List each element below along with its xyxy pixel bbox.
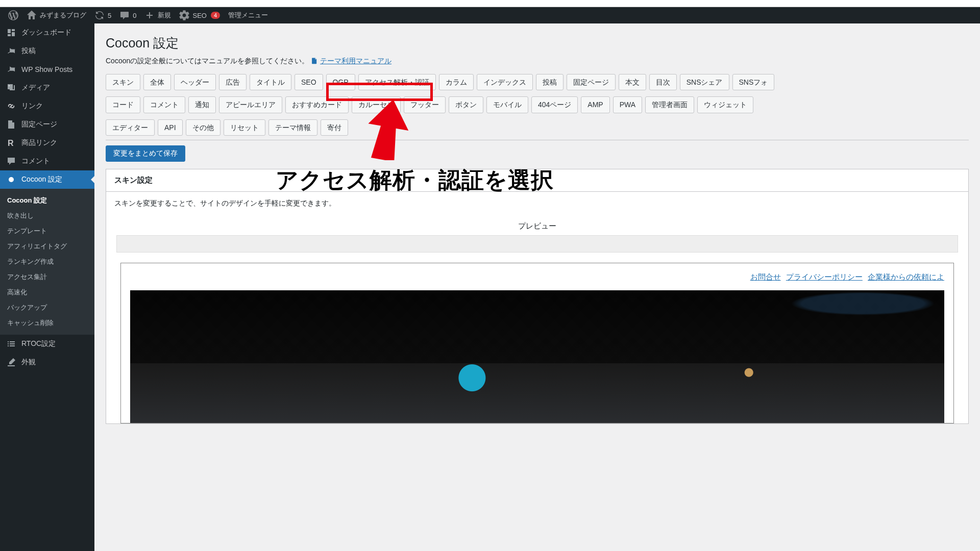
preview-frame: お問合せ プライバシーポリシー 企業様からの依頼によ <box>120 263 954 423</box>
sidebar-submenu: Cocoon 設定吹き出しテンプレートアフィリエイトタグランキング作成アクセス集… <box>0 189 94 335</box>
comment-icon <box>6 156 16 166</box>
tab-エディター[interactable]: エディター <box>106 119 155 136</box>
sidebar-item-label: メディア <box>21 83 50 92</box>
save-button[interactable]: 変更をまとめて保存 <box>106 145 185 162</box>
wp-admin-bar: みずまるブログ 5 0 新規 SEO 4 管理メニュー <box>0 7 980 23</box>
tab-SNSシェア[interactable]: SNSシェア <box>680 74 729 90</box>
tab-ボタン[interactable]: ボタン <box>449 96 483 113</box>
tab-アクセス解析・認証[interactable]: アクセス解析・認証 <box>358 74 436 90</box>
sidebar-subitem-3[interactable]: アフィリエイトタグ <box>0 239 94 254</box>
tab-404ページ[interactable]: 404ページ <box>531 96 578 113</box>
sidebar-item-2[interactable]: WP Show Posts <box>0 60 94 79</box>
tab-スキン[interactable]: スキン <box>106 74 140 90</box>
updates-link[interactable]: 5 <box>90 7 115 23</box>
settings-tabs: スキン全体ヘッダー広告タイトルSEOOGPアクセス解析・認証カラムインデックス投… <box>106 74 969 140</box>
sidebar-item-3[interactable]: メディア <box>0 79 94 97</box>
tab-通知[interactable]: 通知 <box>188 96 216 113</box>
page-icon <box>6 119 16 130</box>
browser-chrome-strip <box>0 0 980 7</box>
comments-count: 0 <box>133 12 136 19</box>
tab-アピールエリア[interactable]: アピールエリア <box>219 96 282 113</box>
pin-icon <box>6 64 16 74</box>
sidebar-item-9[interactable]: RTOC設定 <box>0 335 94 353</box>
sidebar-subitem-6[interactable]: 高速化 <box>0 285 94 300</box>
tab-おすすめカード[interactable]: おすすめカード <box>285 96 349 113</box>
manual-link[interactable]: テーマ利用マニュアル <box>320 57 391 65</box>
preview-link-privacy[interactable]: プライバシーポリシー <box>786 272 863 281</box>
dot-icon <box>6 174 16 185</box>
skin-section: スキン設定 スキンを変更することで、サイトのデザインを手軽に変更できます。 プレ… <box>106 169 969 424</box>
tab-SNSフォ[interactable]: SNSフォ <box>732 74 775 90</box>
sidebar-subitem-1[interactable]: 吹き出し <box>0 208 94 223</box>
dashboard-icon <box>6 28 16 38</box>
sidebar-subitem-5[interactable]: アクセス集計 <box>0 269 94 285</box>
preview-label: プレビュー <box>106 213 968 235</box>
tab-SEO[interactable]: SEO <box>295 74 323 90</box>
admin-menu-link[interactable]: 管理メニュー <box>224 7 272 23</box>
tab-全体[interactable]: 全体 <box>143 74 171 90</box>
tab-API[interactable]: API <box>158 119 183 136</box>
svg-point-0 <box>9 85 10 87</box>
tab-その他[interactable]: その他 <box>186 119 220 136</box>
tab-OGP[interactable]: OGP <box>326 74 355 90</box>
list-icon <box>6 339 16 349</box>
tab-インデックス[interactable]: インデックス <box>477 74 533 90</box>
preview-link-business[interactable]: 企業様からの依頼によ <box>868 272 944 281</box>
new-label: 新規 <box>158 11 171 20</box>
seo-link[interactable]: SEO 4 <box>175 7 224 23</box>
sidebar-item-5[interactable]: 固定ページ <box>0 115 94 134</box>
new-content-link[interactable]: 新規 <box>140 7 175 23</box>
comments-link[interactable]: 0 <box>115 7 140 23</box>
sidebar-item-8[interactable]: Cocoon 設定 <box>0 170 94 189</box>
tab-テーマ情報[interactable]: テーマ情報 <box>268 119 317 136</box>
sidebar-item-label: コメント <box>21 157 50 166</box>
tab-モバイル[interactable]: モバイル <box>486 96 528 113</box>
site-name-link[interactable]: みずまるブログ <box>22 7 90 23</box>
wp-logo[interactable] <box>4 7 22 23</box>
tab-PWA[interactable]: PWA <box>613 96 642 113</box>
sidebar-item-0[interactable]: ダッシュボード <box>0 23 94 42</box>
tab-ヘッダー[interactable]: ヘッダー <box>174 74 216 90</box>
brush-icon <box>6 357 16 367</box>
svg-point-2 <box>9 177 14 182</box>
sidebar-item-10[interactable]: 外観 <box>0 353 94 371</box>
tab-コメント[interactable]: コメント <box>143 96 185 113</box>
preview-placeholder-bar <box>116 235 958 253</box>
tab-コード[interactable]: コード <box>106 96 140 113</box>
tab-寄付[interactable]: 寄付 <box>321 119 348 136</box>
tab-カルーセル[interactable]: カルーセル <box>352 96 401 113</box>
tab-管理者画面[interactable]: 管理者画面 <box>645 96 694 113</box>
sidebar-item-label: 投稿 <box>21 46 36 56</box>
sidebar-subitem-0[interactable]: Cocoon 設定 <box>0 193 94 208</box>
sidebar-subitem-8[interactable]: キャッシュ削除 <box>0 315 94 331</box>
sidebar-item-7[interactable]: コメント <box>0 152 94 170</box>
sidebar-item-4[interactable]: リンク <box>0 97 94 115</box>
preview-link-contact[interactable]: お問合せ <box>750 272 781 281</box>
sidebar-item-label: 固定ページ <box>21 120 57 129</box>
tab-ウィジェット[interactable]: ウィジェット <box>697 96 753 113</box>
tab-AMP[interactable]: AMP <box>581 96 609 113</box>
svg-text:R: R <box>8 139 14 147</box>
sidebar-item-label: WP Show Posts <box>21 65 72 73</box>
sidebar-subitem-4[interactable]: ランキング作成 <box>0 254 94 269</box>
sidebar-item-1[interactable]: 投稿 <box>0 42 94 60</box>
tab-固定ページ[interactable]: 固定ページ <box>567 74 616 90</box>
admin-menu-label: 管理メニュー <box>228 11 268 20</box>
sidebar-item-label: RTOC設定 <box>21 339 56 348</box>
seo-badge: 4 <box>211 12 220 19</box>
tab-カラム[interactable]: カラム <box>439 74 474 90</box>
sidebar-item-label: Cocoon 設定 <box>21 175 62 184</box>
tab-フッター[interactable]: フッター <box>404 96 446 113</box>
tab-広告[interactable]: 広告 <box>219 74 247 90</box>
sidebar-item-6[interactable]: R商品リンク <box>0 134 94 152</box>
tab-リセット[interactable]: リセット <box>224 119 265 136</box>
tab-目次[interactable]: 目次 <box>649 74 677 90</box>
tab-タイトル[interactable]: タイトル <box>250 74 291 90</box>
page-title: Cocoon 設定 <box>106 35 969 52</box>
sidebar-subitem-7[interactable]: バックアップ <box>0 300 94 315</box>
media-icon <box>6 83 16 93</box>
tab-本文[interactable]: 本文 <box>619 74 646 90</box>
main-content: Cocoon 設定 Cocoonの設定全般についてはマニュアルを参照してください… <box>94 23 980 551</box>
tab-投稿[interactable]: 投稿 <box>536 74 564 90</box>
sidebar-subitem-2[interactable]: テンプレート <box>0 223 94 239</box>
